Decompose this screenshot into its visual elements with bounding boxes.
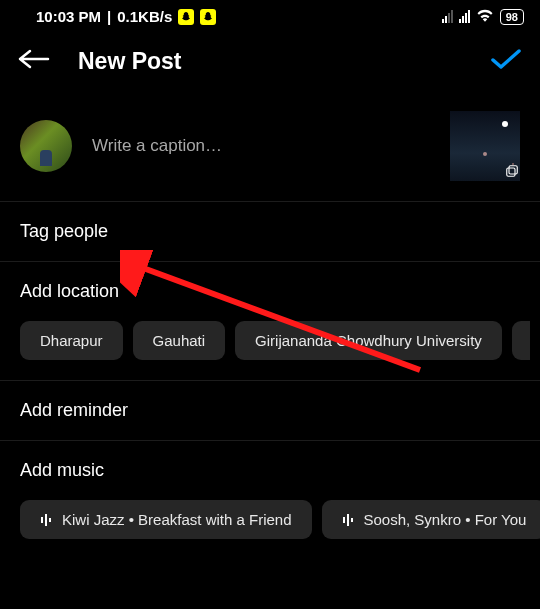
status-bar: 10:03 PM | 0.1KB/s 98 [0,0,540,31]
svg-rect-2 [41,517,43,523]
header: New Post [0,31,540,99]
add-location-row[interactable]: Add location [0,262,540,321]
signal-icon-1 [442,10,453,23]
snapchat-icon [178,9,194,25]
svg-rect-6 [347,514,349,526]
location-chip[interactable]: Gauhati [133,321,226,360]
location-chip[interactable]: Dharapur [20,321,123,360]
location-chip[interactable]: Girijananda Chowdhury University [235,321,502,360]
status-divider: | [107,8,111,25]
add-reminder-row[interactable]: Add reminder [0,381,540,440]
battery-indicator: 98 [500,9,524,25]
audio-bars-icon [342,513,356,527]
location-suggestions: Dharapur Gauhati Girijananda Chowdhury U… [0,321,540,380]
caption-input[interactable] [92,136,430,156]
avatar[interactable] [20,120,72,172]
snapchat-icon [200,9,216,25]
music-chip[interactable]: Soosh, Synkro • For You [322,500,541,539]
svg-rect-1 [507,168,515,176]
location-chip[interactable] [512,321,530,360]
add-music-row[interactable]: Add music [0,441,540,500]
svg-rect-5 [343,517,345,523]
tag-people-row[interactable]: Tag people [0,202,540,261]
confirm-button[interactable] [490,47,522,75]
svg-rect-0 [509,166,517,174]
svg-rect-3 [45,514,47,526]
music-suggestions: Kiwi Jazz • Breakfast with a Friend Soos… [0,500,540,559]
page-title: New Post [78,48,462,75]
music-chip-label: Kiwi Jazz • Breakfast with a Friend [62,511,292,528]
svg-rect-4 [49,518,51,522]
status-speed: 0.1KB/s [117,8,172,25]
audio-bars-icon [40,513,54,527]
music-chip-label: Soosh, Synkro • For You [364,511,527,528]
carousel-icon [506,165,518,179]
music-chip[interactable]: Kiwi Jazz • Breakfast with a Friend [20,500,312,539]
caption-row [0,99,540,201]
media-thumbnail[interactable] [450,111,520,181]
signal-icon-2 [459,10,470,23]
status-time: 10:03 PM [36,8,101,25]
wifi-icon [476,8,494,25]
svg-rect-7 [351,518,353,522]
back-button[interactable] [18,47,50,75]
